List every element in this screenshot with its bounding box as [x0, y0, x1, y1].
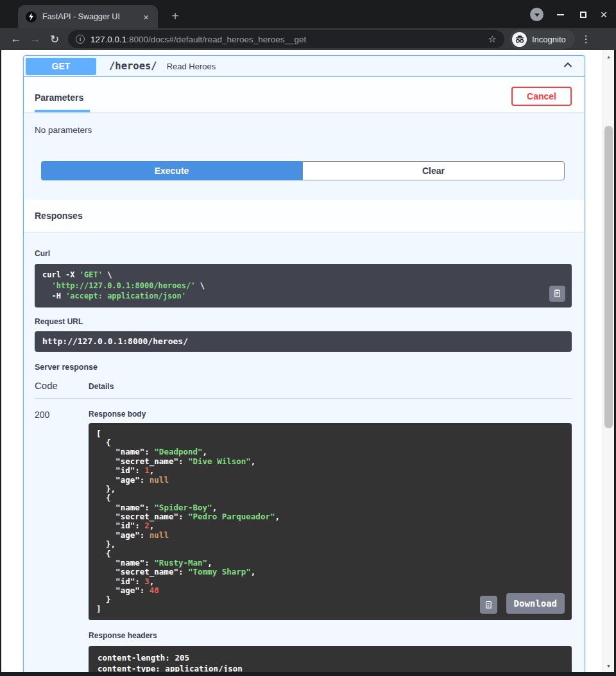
- status-code: 200: [35, 410, 89, 672]
- opblock-get-heroes: GET /heroes/ Read Heroes Parameters Canc…: [23, 55, 585, 672]
- server-response-label: Server response: [35, 363, 572, 372]
- caret-down-icon: [535, 13, 540, 17]
- url-text[interactable]: 127.0.0.1:8000/docs#/default/read_heroes…: [90, 35, 483, 44]
- execute-button[interactable]: Execute: [41, 161, 302, 180]
- operation-summary-text: Read Heroes: [167, 62, 561, 71]
- tab-title: FastAPI - Swagger UI: [42, 12, 135, 21]
- url-path: :8000/docs#/default/read_heroes_heroes__…: [126, 35, 306, 44]
- cancel-button[interactable]: Cancel: [511, 87, 572, 106]
- download-button[interactable]: Download: [506, 593, 565, 614]
- tab-parameters[interactable]: Parameters: [35, 92, 90, 112]
- clear-button[interactable]: Clear: [302, 161, 565, 180]
- forward-button[interactable]: →: [26, 33, 45, 46]
- curl-command-block[interactable]: curl -X 'GET' \ 'http://127.0.0.1:8000/h…: [35, 264, 572, 308]
- window-maximize-button[interactable]: [576, 8, 590, 22]
- maximize-icon: [580, 12, 586, 18]
- parameters-header: Parameters Cancel: [24, 77, 585, 112]
- tab-close-icon[interactable]: ×: [141, 11, 151, 23]
- responses-header: Responses: [24, 200, 585, 232]
- operation-summary[interactable]: GET /heroes/ Read Heroes: [24, 56, 585, 77]
- code-column-header: Code: [35, 380, 89, 391]
- response-table-header: Code Details: [35, 380, 572, 399]
- back-button[interactable]: ←: [6, 33, 26, 46]
- bookmark-star-icon[interactable]: ☆: [488, 33, 497, 45]
- tab-strip: FastAPI - Swagger UI × + ×: [0, 0, 616, 28]
- responses-body: Curl curl -X 'GET' \ 'http://127.0.0.1:8…: [24, 232, 585, 672]
- response-body-label: Response body: [89, 410, 572, 419]
- vertical-scrollbar[interactable]: ▲ ▼: [603, 50, 614, 672]
- tab-search-button[interactable]: [530, 8, 543, 21]
- page-viewport: GET /heroes/ Read Heroes Parameters Canc…: [1, 50, 614, 672]
- incognito-icon: [512, 32, 527, 47]
- site-info-icon[interactable]: i: [76, 35, 85, 44]
- browser-menu-icon[interactable]: ⋮: [581, 33, 591, 45]
- fastapi-favicon-icon: [26, 12, 37, 22]
- response-details-cell: Response body [ { "name": "Deadpond", "s…: [89, 410, 572, 672]
- incognito-badge: Incognito: [509, 30, 575, 49]
- scroll-down-icon[interactable]: ▼: [603, 661, 614, 671]
- collapse-chevron-up-icon[interactable]: [561, 58, 574, 74]
- minimize-icon: [557, 14, 564, 15]
- responses-title: Responses: [35, 211, 83, 221]
- curl-label: Curl: [35, 249, 572, 258]
- scroll-up-icon[interactable]: ▲: [603, 51, 614, 62]
- response-body-block[interactable]: [ { "name": "Deadpond", "secret_name": "…: [89, 423, 572, 621]
- window-close-button[interactable]: ×: [597, 8, 611, 22]
- window-minimize-button[interactable]: [553, 8, 567, 22]
- curl-copy-button[interactable]: [549, 286, 565, 302]
- no-parameters-text: No parameters: [35, 125, 572, 135]
- scrollbar-thumb[interactable]: [604, 126, 613, 428]
- execute-button-group: Execute Clear: [41, 161, 565, 180]
- response-headers-label: Response headers: [89, 631, 572, 640]
- http-method-badge: GET: [26, 58, 96, 75]
- request-url-value: http://127.0.0.1:8000/heroes/: [35, 331, 572, 352]
- response-headers-block: content-length: 205 content-type: applic…: [89, 646, 572, 672]
- response-row-200: 200 Response body [ { "name": "Deadpond"…: [35, 399, 572, 672]
- reload-button[interactable]: ↻: [45, 33, 64, 46]
- parameters-body: No parameters Execute Clear: [24, 112, 585, 180]
- browser-tab[interactable]: FastAPI - Swagger UI ×: [18, 5, 158, 28]
- new-tab-button[interactable]: +: [167, 8, 184, 24]
- url-host: 127.0.0.1: [90, 35, 126, 44]
- response-body-json: [ { "name": "Deadpond", "secret_name": "…: [96, 429, 280, 614]
- response-copy-button[interactable]: [480, 596, 497, 614]
- incognito-label: Incognito: [532, 35, 566, 44]
- server-response-table: Code Details 200 Response body [ { "name…: [35, 380, 572, 672]
- address-bar[interactable]: i 127.0.0.1:8000/docs#/default/read_hero…: [68, 30, 504, 48]
- request-url-label: Request URL: [35, 317, 572, 326]
- response-body-buttons: Download: [480, 593, 565, 614]
- operation-path: /heroes/: [109, 60, 157, 72]
- browser-toolbar: ← → ↻ i 127.0.0.1:8000/docs#/default/rea…: [0, 28, 616, 50]
- details-column-header: Details: [89, 380, 572, 391]
